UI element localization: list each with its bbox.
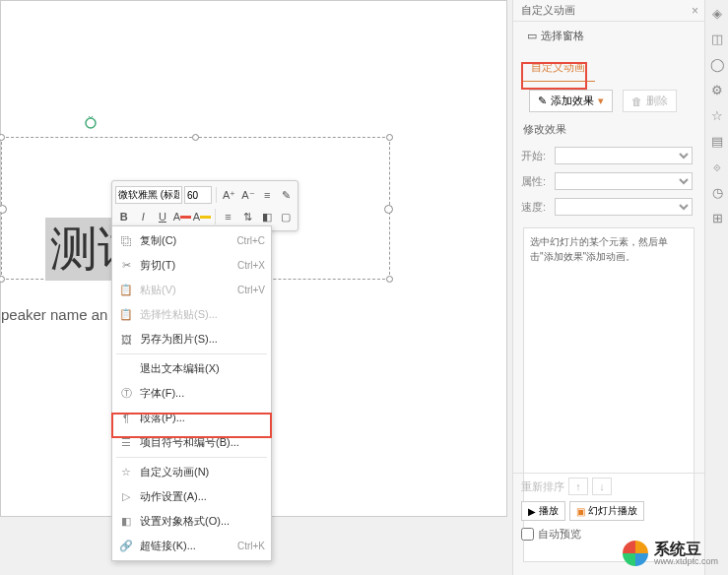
watermark: 系统豆 www.xtdptc.com <box>623 541 718 567</box>
speed-select[interactable] <box>555 198 693 216</box>
layers-icon[interactable]: ◫ <box>705 26 728 51</box>
menu-label: 超链接(K)... <box>140 539 237 553</box>
reorder-label: 重新排序 <box>521 479 564 494</box>
menu-item-paragraph[interactable]: ¶段落(P)... <box>112 406 271 430</box>
slideshow-button[interactable]: ▣幻灯片播放 <box>569 501 644 521</box>
action-icon: ▷ <box>118 489 134 505</box>
resize-handle[interactable] <box>192 134 199 141</box>
highlight-color-button[interactable]: A <box>193 208 211 225</box>
line-spacing-button[interactable]: ⇅ <box>238 208 256 225</box>
shape-outline-button[interactable]: ▢ <box>277 208 295 225</box>
cut-icon: ✂ <box>118 258 134 274</box>
underline-button[interactable]: U <box>154 208 171 225</box>
menu-item-link[interactable]: 🔗超链接(K)...Ctrl+K <box>112 534 271 558</box>
play-icon: ▶ <box>528 506 536 517</box>
menu-item-font[interactable]: Ⓣ字体(F)... <box>112 381 271 406</box>
format-painter-icon[interactable]: ✎ <box>278 186 295 204</box>
bold-button[interactable]: B <box>115 208 133 225</box>
menu-label: 自定义动画(N) <box>140 465 265 479</box>
menu-item-bullets[interactable]: ☰项目符号和编号(B)... <box>112 430 271 455</box>
save-image-icon: 🖼 <box>118 332 134 348</box>
trash-icon: 🗑 <box>631 96 642 107</box>
menu-label: 退出文本编辑(X) <box>140 361 265 376</box>
menu-item-paste: 📋粘贴(V)Ctrl+V <box>112 278 271 302</box>
menu-shortcut: Ctrl+X <box>237 260 265 271</box>
select-pane-button[interactable]: ▭ 选择窗格 <box>521 26 590 46</box>
move-up-button: ↑ <box>568 478 588 495</box>
font-name-select[interactable] <box>115 186 182 204</box>
font-size-select[interactable] <box>184 186 212 204</box>
menu-label: 设置对象格式(O)... <box>140 514 265 529</box>
animation-side-panel: 自定义动画 × ▭ 选择窗格 自定义动画 ✎ 添加效果 ▾ 🗑 删除 修改效果 … <box>512 0 704 575</box>
slideshow-icon: ▣ <box>576 506 585 517</box>
font-color-button[interactable]: A <box>173 208 191 225</box>
paragraph-icon: ¶ <box>118 411 134 426</box>
shape-fill-button[interactable]: ◧ <box>258 208 276 225</box>
stack-icon[interactable]: ▤ <box>705 128 728 154</box>
menu-label: 粘贴(V) <box>140 283 237 297</box>
slide-subtitle-text[interactable]: peaker name an <box>1 306 107 323</box>
menu-item-item[interactable]: 退出文本编辑(X) <box>112 356 271 381</box>
watermark-title: 系统豆 <box>654 541 718 558</box>
menu-item-action[interactable]: ▷动作设置(A)... <box>112 484 271 509</box>
panel-title: 自定义动画 <box>521 3 575 18</box>
menu-shortcut: Ctrl+K <box>237 541 265 551</box>
menu-label: 项目符号和编号(B)... <box>140 435 265 450</box>
paste-icon: 📋 <box>118 283 134 298</box>
circle-icon[interactable]: ◯ <box>705 51 728 77</box>
align-button[interactable]: ≡ <box>220 208 237 225</box>
menu-item-save-image[interactable]: 🖼另存为图片(S)... <box>112 327 271 351</box>
diamond-icon[interactable]: ◈ <box>705 0 728 26</box>
menu-label: 复制(C) <box>140 233 236 248</box>
select-pane-icon: ▭ <box>527 30 537 42</box>
modify-effect-label: 修改效果 <box>513 116 704 143</box>
resize-handle[interactable] <box>386 134 393 141</box>
close-icon[interactable]: × <box>692 4 698 18</box>
star-icon[interactable]: ☆ <box>705 102 728 128</box>
font-icon: Ⓣ <box>118 386 134 402</box>
watermark-url: www.xtdptc.com <box>654 557 718 567</box>
menu-item-copy[interactable]: ⿻复制(C)Ctrl+C <box>112 228 271 253</box>
bullets-icon[interactable]: ≡ <box>258 186 275 204</box>
start-label: 开始: <box>521 149 549 163</box>
grid-icon[interactable]: ⊞ <box>705 205 728 230</box>
paste-special-icon: 📋 <box>118 307 134 323</box>
chevron-down-icon: ▾ <box>598 95 604 107</box>
resize-handle[interactable] <box>0 134 5 141</box>
play-button[interactable]: ▶播放 <box>521 501 565 521</box>
ruler-icon[interactable]: ⟐ <box>705 154 728 179</box>
pencil-icon: ✎ <box>538 95 547 107</box>
move-down-button: ↓ <box>592 478 612 495</box>
gear-icon[interactable]: ⚙ <box>705 77 728 102</box>
resize-handle[interactable] <box>386 276 393 283</box>
menu-item-cut[interactable]: ✂剪切(T)Ctrl+X <box>112 253 271 278</box>
copy-icon: ⿻ <box>118 233 134 249</box>
increase-font-button[interactable]: A⁺ <box>221 186 237 204</box>
menu-shortcut: Ctrl+V <box>237 285 265 295</box>
resize-handle[interactable] <box>0 276 5 283</box>
context-menu: ⿻复制(C)Ctrl+C✂剪切(T)Ctrl+X📋粘贴(V)Ctrl+V📋选择性… <box>111 225 272 561</box>
add-effect-button[interactable]: ✎ 添加效果 ▾ <box>529 90 613 112</box>
start-select[interactable] <box>555 147 693 164</box>
menu-item-animation[interactable]: ☆自定义动画(N) <box>112 460 271 484</box>
animation-icon: ☆ <box>118 465 134 480</box>
menu-shortcut: Ctrl+C <box>236 235 265 246</box>
right-toolbar: ◈ ◫ ◯ ⚙ ☆ ▤ ⟐ ◷ ⊞ <box>704 0 728 575</box>
property-select[interactable] <box>555 172 693 190</box>
format-icon: ◧ <box>118 514 134 530</box>
menu-item-format[interactable]: ◧设置对象格式(O)... <box>112 509 271 534</box>
clock-icon[interactable]: ◷ <box>705 179 728 205</box>
menu-label: 动作设置(A)... <box>140 489 265 504</box>
menu-label: 剪切(T) <box>140 258 237 273</box>
menu-label: 另存为图片(S)... <box>140 332 265 347</box>
svg-point-0 <box>86 118 96 128</box>
rotation-handle-icon[interactable] <box>84 116 98 130</box>
section-title: 自定义动画 <box>521 54 595 82</box>
italic-button[interactable]: I <box>135 208 153 225</box>
delete-effect-button: 🗑 删除 <box>623 90 677 112</box>
decrease-font-button[interactable]: A⁻ <box>239 186 256 204</box>
menu-item-paste-special: 📋选择性粘贴(S)... <box>112 302 271 327</box>
menu-label: 选择性粘贴(S)... <box>140 307 265 322</box>
property-label: 属性: <box>521 174 549 189</box>
bullets-icon: ☰ <box>118 435 134 451</box>
